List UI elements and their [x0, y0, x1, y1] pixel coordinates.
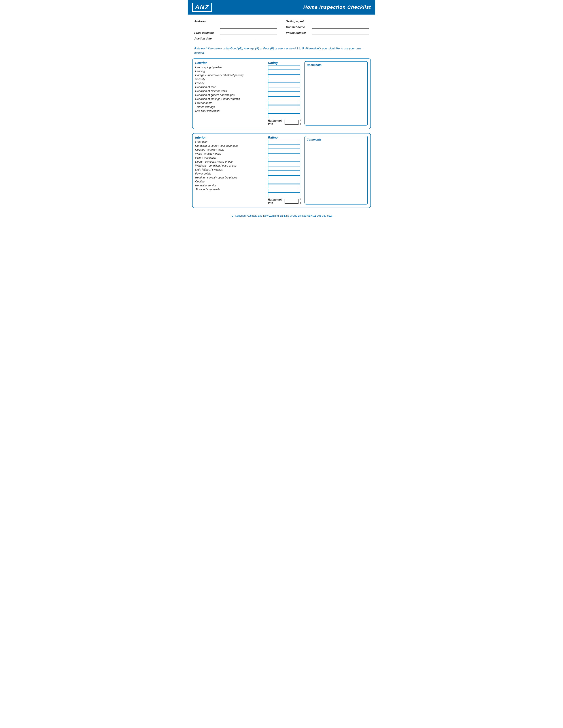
- interior-rating-input[interactable]: [268, 153, 300, 157]
- interior-item-row: Storage / cupboards: [195, 188, 266, 191]
- exterior-item-label: Condition of footings / timber stumps: [195, 97, 266, 101]
- exterior-item-row: Exterior doors: [195, 101, 266, 105]
- exterior-rating-input[interactable]: [268, 88, 300, 92]
- selling-agent-field: Selling agent: [286, 19, 369, 23]
- interior-rating-input[interactable]: [268, 158, 300, 162]
- interior-header: Interior: [195, 136, 266, 139]
- exterior-rating-input[interactable]: [268, 83, 300, 87]
- exterior-rating-input[interactable]: [268, 79, 300, 83]
- interior-item-row: Hot water service: [195, 184, 266, 187]
- footer: (C) Copyright Australia and New Zealand …: [188, 212, 375, 220]
- instructions: Rate each item below using Good (G), Ave…: [188, 44, 375, 58]
- address-field: Address: [194, 19, 277, 23]
- interior-rating-input[interactable]: [268, 193, 300, 197]
- interior-item-label: Windows - condition / ease of use: [195, 164, 266, 167]
- exterior-rating-input[interactable]: [268, 70, 300, 74]
- interior-item-row: Heating - central / open fire places: [195, 176, 266, 179]
- contact-name-input[interactable]: [312, 25, 369, 29]
- exterior-rating-input[interactable]: [268, 114, 300, 118]
- exterior-comments-box[interactable]: Comments: [305, 61, 368, 126]
- exterior-item-label: Termite damage: [195, 105, 266, 109]
- interior-rating-input[interactable]: [268, 189, 300, 193]
- interior-rating-input[interactable]: [268, 171, 300, 175]
- interior-items-list: Floor planCondition of floors / floor co…: [195, 140, 266, 191]
- exterior-item-label: Security: [195, 77, 266, 81]
- interior-comments-col: Comments: [305, 136, 368, 205]
- exterior-item-row: Security: [195, 77, 266, 81]
- interior-rating-header: Rating: [268, 136, 302, 139]
- exterior-rating-input[interactable]: [268, 66, 300, 69]
- exterior-item-label: Garage / undercover / off-street parking: [195, 73, 266, 77]
- exterior-item-row: Landscaping / garden: [195, 66, 266, 69]
- interior-item-label: Storage / cupboards: [195, 188, 266, 191]
- price-estimate-label: Price estimate: [194, 31, 218, 34]
- exterior-rating-slash: / 5: [300, 119, 302, 126]
- exterior-item-row: Sub-floor ventilation: [195, 109, 266, 113]
- exterior-item-label: Fencing: [195, 69, 266, 73]
- exterior-item-row: Fencing: [195, 69, 266, 73]
- interior-item-label: Ceilings - cracks / leaks: [195, 148, 266, 152]
- exterior-item-label: Privacy: [195, 81, 266, 85]
- price-estimate-input[interactable]: [220, 30, 277, 34]
- exterior-item-row: Privacy: [195, 81, 266, 85]
- exterior-item-label: Condition of roof: [195, 85, 266, 89]
- exterior-rating-input[interactable]: [268, 110, 300, 114]
- form-section: Address Address Price estimate Auction d…: [188, 15, 375, 44]
- interior-rating-input[interactable]: [268, 144, 300, 148]
- interior-ratings-list: [268, 140, 302, 197]
- interior-rating-input[interactable]: [268, 149, 300, 153]
- interior-item-label: Floor plan: [195, 140, 266, 144]
- exterior-rating-out-of-label: Rating out of 5: [268, 119, 283, 125]
- exterior-rating-input[interactable]: [268, 96, 300, 100]
- address-input-2[interactable]: [220, 25, 277, 29]
- exterior-rating-input[interactable]: [268, 105, 300, 109]
- address-input[interactable]: [220, 19, 277, 23]
- interior-rating-input[interactable]: [268, 180, 300, 184]
- interior-item-row: Paint / wall paper: [195, 156, 266, 159]
- exterior-item-row: Condition of gutters / downpipes: [195, 93, 266, 97]
- exterior-item-label: Landscaping / garden: [195, 66, 266, 69]
- interior-item-label: Heating - central / open fire places: [195, 176, 266, 179]
- interior-item-label: Walls - cracks / leaks: [195, 152, 266, 156]
- exterior-rating-input[interactable]: [268, 101, 300, 105]
- contact-name-field: Contact name: [286, 25, 369, 29]
- interior-section: Interior Floor planCondition of floors /…: [192, 133, 371, 208]
- interior-item-label: Doors - condition / ease of use: [195, 160, 266, 163]
- interior-rating-input[interactable]: [268, 140, 300, 144]
- interior-rating-input[interactable]: [268, 184, 300, 188]
- interior-rating-input[interactable]: [268, 162, 300, 166]
- selling-agent-label: Selling agent: [286, 20, 310, 23]
- exterior-item-label: Sub-floor ventilation: [195, 109, 266, 113]
- interior-item-label: Hot water service: [195, 184, 266, 187]
- interior-rating-slash: / 5: [300, 198, 302, 205]
- phone-number-input[interactable]: [312, 30, 369, 34]
- exterior-rating-box[interactable]: [285, 120, 299, 125]
- exterior-item-row: Garage / undercover / off-street parking: [195, 73, 266, 77]
- exterior-rating-input[interactable]: [268, 74, 300, 78]
- exterior-rating-header: Rating: [268, 61, 302, 65]
- interior-rating-out-of-label: Rating out of 5: [268, 198, 283, 204]
- interior-item-row: Power points: [195, 172, 266, 175]
- interior-rating-input[interactable]: [268, 167, 300, 171]
- auction-date-input[interactable]: [220, 36, 256, 40]
- selling-agent-input[interactable]: [312, 19, 369, 23]
- interior-columns: Interior Floor planCondition of floors /…: [195, 136, 368, 205]
- interior-rating-box[interactable]: [285, 199, 299, 204]
- exterior-item-label: Condition of gutters / downpipes: [195, 93, 266, 97]
- exterior-section: Exterior Landscaping / gardenFencingGara…: [192, 58, 371, 129]
- interior-item-row: Condition of floors / floor coverings: [195, 144, 266, 148]
- interior-item-row: Light fittings / switches: [195, 168, 266, 171]
- interior-comments-box[interactable]: Comments: [305, 136, 368, 205]
- exterior-comments-col: Comments: [305, 61, 368, 126]
- exterior-header: Exterior: [195, 61, 266, 65]
- interior-item-label: Paint / wall paper: [195, 156, 266, 159]
- exterior-rating-input[interactable]: [268, 92, 300, 96]
- form-right: Selling agent Contact name Phone number: [286, 19, 369, 42]
- interior-rating-out-of: Rating out of 5 / 5: [268, 198, 302, 205]
- exterior-item-row: Termite damage: [195, 105, 266, 109]
- exterior-items-col: Exterior Landscaping / gardenFencingGara…: [195, 61, 266, 126]
- interior-item-label: Condition of floors / floor coverings: [195, 144, 266, 148]
- interior-rating-input[interactable]: [268, 175, 300, 179]
- interior-item-row: Walls - cracks / leaks: [195, 152, 266, 156]
- header: ANZ Home Inspection Checklist: [188, 0, 375, 15]
